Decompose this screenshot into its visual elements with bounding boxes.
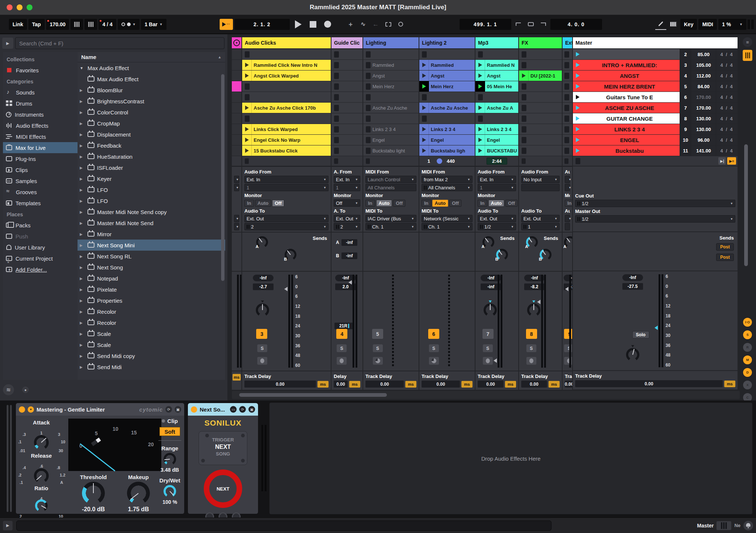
clip-slot[interactable] — [475, 49, 518, 59]
send-knob[interactable]: A — [482, 236, 494, 248]
clip-slot[interactable] — [563, 71, 572, 81]
track-delay-field[interactable]: 0.00 — [244, 381, 316, 388]
fader-handle[interactable] — [284, 287, 288, 291]
track-header[interactable]: Mp3 — [475, 37, 518, 48]
clip-stop-button[interactable] — [366, 105, 371, 111]
track-delay-field[interactable]: 0.00 — [478, 381, 504, 388]
clip-stop-button[interactable] — [522, 83, 526, 90]
clip-stop-button[interactable] — [422, 94, 427, 100]
arm-record-button[interactable] — [337, 357, 347, 365]
scene-time-signature-field[interactable]: 4 / 4 — [716, 49, 738, 59]
clip-slot[interactable] — [331, 71, 362, 81]
browser-list-item[interactable]: ▼ Max Audio Effect — [78, 62, 225, 73]
clip-slot[interactable] — [563, 103, 572, 113]
scene-time-signature-field[interactable]: 4 / 4 — [716, 92, 738, 102]
clip-stop-button[interactable] — [245, 83, 250, 90]
clip-slot[interactable]: Links 2 3 4 — [419, 124, 475, 134]
volume-fader[interactable] — [288, 275, 293, 368]
delay-unit-toggle[interactable]: ms — [724, 381, 735, 387]
clip-stop-button[interactable] — [334, 83, 339, 90]
clip-play-button[interactable] — [475, 81, 485, 92]
clip-play-button[interactable] — [242, 71, 252, 81]
clip-stop-button[interactable] — [366, 94, 371, 100]
dry-wet-knob[interactable] — [164, 485, 176, 498]
clip-stop-button[interactable] — [334, 73, 339, 79]
clip-stop-button[interactable] — [478, 51, 483, 58]
clip-slot[interactable] — [475, 92, 518, 102]
io-row[interactable]: Ch. 1 ▼ — [365, 223, 416, 230]
clip-slot[interactable] — [563, 92, 572, 102]
tap-tempo-button[interactable]: Tap — [28, 19, 45, 30]
monitor-option-button[interactable]: Off — [393, 200, 405, 207]
solo-button[interactable]: S — [429, 344, 439, 352]
send-knob[interactable]: B — [540, 249, 551, 261]
sidebar-item[interactable]: Plug-Ins — [3, 153, 78, 164]
io-row[interactable]: Master Out — [575, 208, 735, 214]
send-knob[interactable]: A — [256, 236, 268, 248]
send-value-row[interactable]: B -inf — [334, 250, 360, 261]
clip-play-button[interactable] — [475, 145, 485, 156]
track-delay-field[interactable]: 0.00 — [565, 381, 572, 388]
scene-launch-button[interactable]: ASCHE ZU ASCHE — [573, 103, 680, 113]
browser-list-item[interactable]: ▶ Recolor — [78, 317, 225, 328]
track-activator-button[interactable]: 6 — [428, 329, 439, 339]
delay-unit-toggle[interactable]: ms — [317, 381, 329, 388]
clip-slot[interactable] — [232, 103, 241, 113]
io-row[interactable]: 1 ▼ — [478, 184, 516, 191]
io-row[interactable]: 1/2 ▼ — [575, 215, 735, 223]
delay-unit-toggle[interactable]: ms — [233, 374, 241, 381]
clip-slot[interactable] — [331, 145, 362, 156]
clip-play-button[interactable] — [242, 60, 252, 70]
sidebar-item[interactable]: Grooves — [3, 186, 78, 197]
makeup-knob[interactable] — [127, 482, 150, 505]
io-row[interactable] — [521, 192, 560, 199]
sidebar-item[interactable]: Drums — [3, 98, 78, 109]
browser-list-item[interactable]: ▶ Scale — [78, 328, 225, 339]
clip-slot[interactable] — [519, 103, 562, 113]
clip-slot[interactable]: Engel — [363, 135, 419, 145]
io-row[interactable] — [521, 199, 560, 207]
scene-launch-button[interactable]: MEIN HERZ BRENT — [573, 81, 680, 92]
browser-list-item[interactable]: ▶ CropMap — [78, 118, 225, 129]
delay-unit-toggle[interactable]: ms — [505, 381, 516, 388]
send-pre-post-toggle[interactable]: Post — [716, 254, 734, 261]
solo-button[interactable]: S — [373, 344, 383, 352]
clip-slot[interactable] — [331, 156, 362, 166]
solo-button[interactable]: S — [483, 344, 493, 352]
sidebar-item[interactable]: Packs — [3, 220, 78, 231]
monitor-option-button[interactable]: Auto — [376, 200, 392, 207]
clip-slot[interactable] — [519, 49, 562, 59]
pan-knob[interactable] — [256, 303, 269, 317]
clip-stop-button[interactable] — [522, 62, 526, 68]
save-preset-icon[interactable]: ▣ — [175, 406, 181, 413]
computer-midi-keyboard-button[interactable] — [668, 19, 679, 30]
monitor-option-button[interactable]: Off — [272, 200, 284, 207]
scene-launch-button[interactable]: INTRO + RAMMLIED: — [573, 60, 680, 70]
solo-button[interactable]: S — [337, 344, 347, 352]
sidebar-item[interactable]: Favorites — [3, 65, 78, 76]
clip-play-button[interactable] — [475, 124, 485, 134]
monitor-option-button[interactable]: Auto — [488, 200, 505, 207]
clip-stop-button[interactable] — [366, 62, 371, 68]
list-header[interactable]: Name ▲ — [78, 52, 225, 62]
attack-control[interactable]: Attack 1.33.110.0130 — [17, 419, 65, 457]
monitor-option-button[interactable]: Off — [449, 200, 461, 207]
monitor-option-button[interactable]: Auto — [255, 200, 271, 207]
clip-stop-button[interactable] — [522, 148, 526, 154]
scene-tempo-field[interactable]: 84.00 — [691, 81, 716, 92]
status-message-field[interactable] — [16, 520, 551, 531]
browser-list-item[interactable]: ▶ Master Midi Note Send — [78, 217, 225, 228]
clip-stop-button[interactable] — [422, 116, 427, 122]
io-row[interactable]: MIDI From — [422, 168, 472, 175]
clip-stop-button[interactable] — [564, 137, 569, 143]
browser-list-item[interactable]: ▶ Next Song RL — [78, 251, 225, 262]
punch-in-button[interactable] — [513, 19, 524, 30]
clip-slot[interactable] — [331, 92, 362, 102]
scene-time-signature-field[interactable]: 4 / 4 — [716, 135, 738, 145]
clip-slot[interactable]: Rammlied — [363, 60, 419, 70]
browser-list-item[interactable]: ▶ BloomBlur — [78, 85, 225, 96]
scene-tempo-field[interactable]: 130.00 — [691, 113, 716, 124]
browser-list-item[interactable]: ▶ Notepad — [78, 273, 225, 284]
clip-slot[interactable]: Engel — [419, 135, 475, 145]
io-row[interactable]: Audio To — [244, 207, 329, 214]
